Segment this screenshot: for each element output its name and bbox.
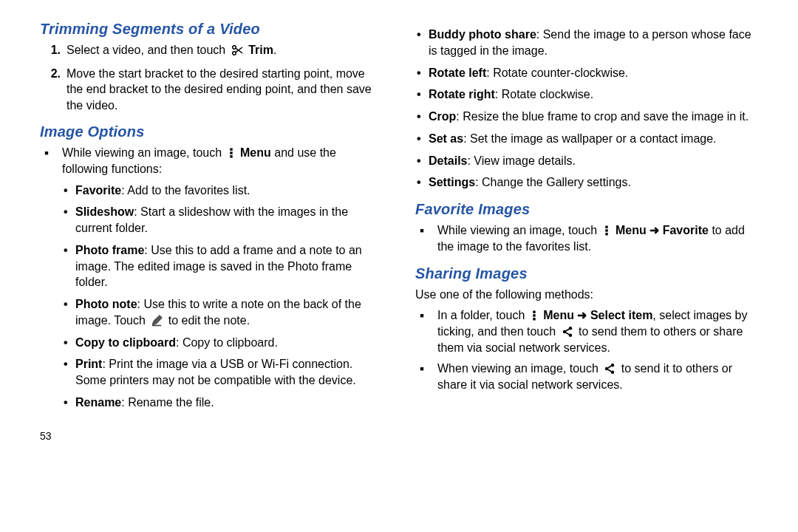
step-1: 1. Select a video, and then touch Trim. [40, 42, 383, 58]
svg-rect-11 [605, 233, 607, 235]
share-icon [562, 326, 573, 338]
desc: : Change the Gallery settings. [475, 176, 631, 188]
opt-rotate-right: Rotate right: Rotate clockwise. [415, 86, 758, 103]
trim-label: Trim [248, 44, 273, 56]
label: Buddy photo share [429, 28, 536, 41]
step-number: 1. [40, 42, 61, 58]
menu-label: Menu [240, 146, 271, 159]
opt-crop: Crop: Resize the blue frame to crop and … [415, 109, 758, 125]
label: Rename [75, 396, 121, 409]
text: When viewing an image, touch [437, 362, 601, 375]
text: Select a video, and then touch [66, 44, 229, 56]
step-text: Move the start bracket to the desired st… [66, 66, 383, 114]
desc: : Copy to clipboard. [176, 336, 278, 349]
heading-trimming: Trimming Segments of a Video [40, 21, 383, 38]
scissors-icon [231, 44, 243, 56]
label: Slideshow [75, 205, 134, 218]
steps-list: 1. Select a video, and then touch Trim. … [40, 42, 383, 113]
options-bullets: Favorite: Add to the favorites list. Sli… [62, 183, 383, 411]
share-icon [604, 363, 615, 375]
opt-set-as: Set as: Set the image as wallpaper or a … [415, 131, 758, 147]
menu-label: Menu [615, 224, 647, 236]
desc: : Rename the file. [121, 396, 214, 409]
svg-line-23 [608, 366, 612, 368]
svg-line-24 [608, 369, 612, 372]
menu-dots-icon [603, 225, 610, 236]
opt-copy-clipboard: Copy to clipboard: Copy to clipboard. [62, 335, 383, 351]
opt-settings: Settings: Change the Gallery settings. [415, 174, 758, 191]
arrow-icon: ➜ [574, 309, 590, 321]
desc: : Rotate counter-clockwise. [486, 66, 628, 79]
heading-image-options: Image Options [40, 123, 383, 140]
svg-line-3 [236, 47, 242, 52]
label: Rotate left [429, 66, 486, 79]
svg-line-2 [236, 48, 242, 53]
options-bullets-cont: Buddy photo share: Send the image to a p… [415, 27, 758, 191]
intro-item: While viewing an image, touch Menu and u… [40, 145, 383, 416]
sharing-item-1: In a folder, touch Menu ➜ Select item, s… [415, 307, 758, 356]
label: Rotate right [429, 88, 495, 100]
opt-photo-note: Photo note: Use this to write a note on … [62, 296, 383, 329]
svg-rect-10 [605, 229, 607, 231]
pencil-icon [151, 315, 163, 327]
opt-details: Details: View image details. [415, 153, 758, 169]
desc: : Print the image via a USB or Wi-Fi con… [75, 358, 356, 386]
svg-marker-7 [152, 315, 163, 325]
manual-page: Trimming Segments of a Video 1. Select a… [0, 0, 798, 532]
left-column: Trimming Segments of a Video 1. Select a… [40, 21, 383, 517]
opt-rename: Rename: Rename the file. [62, 395, 383, 411]
desc: : Add to the favorites list. [121, 184, 250, 197]
svg-rect-12 [533, 310, 535, 313]
opt-print: Print: Print the image via a USB or Wi-F… [62, 356, 383, 389]
opt-favorite: Favorite: Add to the favorites list. [62, 183, 383, 199]
step-number: 2. [40, 66, 61, 114]
menu-dots-icon [531, 310, 538, 321]
desc: : Set the image as wallpaper or a contac… [463, 132, 716, 145]
svg-rect-14 [533, 318, 535, 320]
svg-rect-13 [533, 314, 535, 316]
heading-sharing-images: Sharing Images [415, 265, 758, 282]
page-number: 53 [40, 430, 383, 442]
sharing-list: In a folder, touch Menu ➜ Select item, s… [415, 307, 758, 393]
right-column: Buddy photo share: Send the image to a p… [415, 21, 758, 517]
menu-label: Menu [543, 309, 574, 321]
heading-favorite-images: Favorite Images [415, 201, 758, 218]
svg-rect-4 [230, 149, 232, 151]
svg-rect-9 [605, 226, 607, 228]
svg-rect-6 [230, 155, 232, 157]
menu-dots-icon [228, 147, 235, 159]
image-options-intro: While viewing an image, touch Menu and u… [40, 145, 383, 416]
step-2: 2. Move the start bracket to the desired… [40, 66, 383, 114]
text: In a folder, touch [437, 309, 528, 321]
select-item-label: Select item [590, 309, 652, 321]
text: While viewing an image, touch [437, 224, 601, 236]
arrow-icon: ➜ [647, 224, 663, 236]
favorite-item: While viewing an image, touch Menu ➜ Fav… [415, 222, 758, 255]
sharing-intro: Use one of the following methods: [415, 287, 758, 303]
svg-line-18 [565, 329, 569, 331]
svg-rect-5 [230, 152, 232, 154]
label: Favorite [75, 184, 121, 197]
desc: : Rotate clockwise. [495, 88, 593, 100]
text: . [273, 44, 276, 56]
opt-photo-frame: Photo frame: Use this to add a frame and… [62, 242, 383, 290]
favorite-label: Favorite [663, 224, 709, 236]
label: Print [75, 358, 102, 370]
desc: : View image details. [467, 154, 575, 167]
opt-slideshow: Slideshow: Start a slideshow with the im… [62, 204, 383, 236]
text: While viewing an image, touch [62, 146, 225, 159]
label: Settings [429, 176, 475, 188]
opt-rotate-left: Rotate left: Rotate counter-clockwise. [415, 65, 758, 81]
desc: to edit the note. [165, 314, 250, 327]
svg-line-19 [565, 332, 569, 335]
label: Set as [429, 132, 463, 145]
label: Photo frame [75, 244, 144, 256]
desc: : Resize the blue frame to crop and save… [456, 110, 748, 123]
label: Crop [429, 110, 456, 123]
label: Photo note [75, 298, 137, 310]
opt-buddy-share: Buddy photo share: Send the image to a p… [415, 27, 758, 59]
favorite-images-block: While viewing an image, touch Menu ➜ Fav… [415, 222, 758, 255]
sharing-item-2: When viewing an image, touch to send it … [415, 361, 758, 393]
label: Copy to clipboard [75, 336, 176, 349]
step-text: Select a video, and then touch Trim. [66, 42, 276, 58]
